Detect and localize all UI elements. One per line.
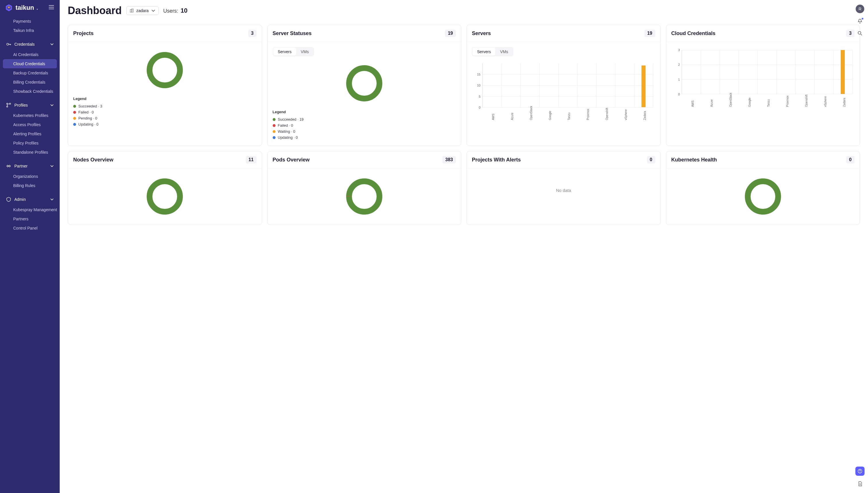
no-data-message: No data [472,173,655,207]
sidebar-item[interactable]: Control Panel [3,223,57,233]
logo[interactable]: taikun. [5,3,38,12]
sidebar-item[interactable]: Taikun Infra [3,26,57,35]
svg-point-9 [150,55,180,85]
tab-vms[interactable]: VMs [296,48,314,56]
card-kubernetes-health: Kubernetes Health 0 [666,151,860,225]
sidebar-item[interactable]: Billing Rules [3,181,57,190]
sidebar-group-header[interactable]: Profiles [3,100,57,111]
legend-title: Legend [273,110,456,114]
tab-servers[interactable]: Servers [273,48,296,56]
chevron-down-icon [151,8,156,13]
card-title: Pods Overview [273,157,310,163]
legend-item: Pending · 0 [73,115,257,121]
help-button[interactable] [855,467,865,476]
rightbar: R [852,0,868,493]
sidebar-group-header[interactable]: Partner [3,160,57,172]
building-icon [130,8,134,13]
chevron-down-icon [50,103,54,107]
sidebar-item[interactable]: Kubespray Management [3,205,57,214]
content: Projects 3 Legend Succeeded · 3Failed · … [60,19,868,493]
search-button[interactable] [857,30,863,37]
sidebar-toggle-button[interactable] [48,4,55,12]
legend-title: Legend [73,97,257,101]
taikun-logo-icon [5,3,13,12]
topbar: Dashboard zadara Users: 10 [60,0,868,19]
card-projects: Projects 3 Legend Succeeded · 3Failed · … [68,25,262,146]
servers-bar-chart: 051015AWSAzureOpenStackGoogleTanzuProxmo… [472,60,655,121]
sidebar: taikun. PaymentsTaikun InfraCredentialsA… [0,0,60,493]
search-icon [857,30,863,36]
card-count-badge: 0 [647,156,655,164]
sidebar-item[interactable]: Cloud Credentials [3,59,57,68]
sidebar-item[interactable]: Showback Credentials [3,87,57,96]
sidebar-group-header[interactable]: Admin [3,194,57,205]
card-title: Projects [73,30,94,37]
legend-item: Failed · 0 [73,109,257,115]
projects-legend: Legend Succeeded · 3Failed · 0Pending · … [73,97,257,127]
sidebar-item[interactable]: Access Profiles [3,120,57,129]
svg-point-15 [858,31,861,34]
users-label: Users: [163,8,178,14]
card-nodes-overview: Nodes Overview 11 [68,151,262,225]
users-count: 10 [181,7,187,14]
document-button[interactable] [855,479,865,488]
sidebar-nav: PaymentsTaikun InfraCredentialsAI Creden… [0,16,60,493]
legend-item: Succeeded · 19 [273,116,456,122]
legend-item: Updating · 0 [73,121,257,127]
legend-item: Waiting · 0 [273,128,456,134]
chevron-down-icon [50,197,54,201]
card-title: Cloud Credentials [671,30,715,37]
sidebar-item[interactable]: Backup Credentials [3,68,57,78]
card-count-badge: 3 [248,29,257,37]
svg-point-11 [150,181,180,212]
server-statuses-legend: Legend Succeeded · 19Failed · 0Waiting ·… [273,110,456,141]
sidebar-item[interactable]: Payments [3,17,57,26]
help-icon [858,469,863,474]
card-title: Kubernetes Health [671,157,717,163]
card-title: Server Statuses [273,30,312,37]
card-cloud-credentials: Cloud Credentials 3 0123AWSAzureOpenStac… [666,25,860,146]
user-avatar[interactable]: R [856,5,864,13]
org-select-value: zadara [136,8,149,13]
pods-donut-chart [344,176,384,217]
svg-point-12 [349,181,380,212]
svg-point-14 [748,181,778,212]
card-title: Nodes Overview [73,157,113,163]
projects-donut-chart [145,50,185,90]
tab-vms[interactable]: VMs [496,48,513,56]
card-count-badge: 19 [445,29,456,37]
card-server-statuses: Server Statuses 19 Servers VMs Legend Su… [267,25,461,146]
card-projects-with-alerts: Projects With Alerts 0 No data [466,151,661,225]
svg-point-6 [7,106,8,107]
svg-rect-7 [130,9,132,12]
svg-point-3 [7,43,8,45]
sidebar-item[interactable]: Standalone Profiles [3,148,57,157]
chevron-down-icon [50,42,54,46]
server-statuses-donut-chart [344,63,384,103]
sidebar-item[interactable]: Organizations [3,172,57,181]
sidebar-group-header[interactable]: Credentials [3,39,57,50]
users-counter: Users: 10 [163,7,188,14]
main: Dashboard zadara Users: 10 Projects [60,0,868,493]
sidebar-item[interactable]: Kubernetes Profiles [3,111,57,120]
servers-tabs: Servers VMs [472,47,513,56]
card-count-badge: 11 [246,156,257,164]
server-statuses-tabs: Servers VMs [273,47,314,56]
sidebar-item[interactable]: Billing Credentials [3,78,57,87]
sidebar-item[interactable]: Policy Profiles [3,138,57,148]
organization-select[interactable]: zadara [126,6,159,15]
sidebar-item[interactable]: AI Credentials [3,50,57,59]
sidebar-item[interactable]: Alerting Profiles [3,129,57,138]
legend-item: Failed · 0 [273,122,456,128]
sidebar-item[interactable]: Partners [3,214,57,223]
svg-point-10 [349,68,380,99]
cloud-credentials-bar-chart: 0123AWSAzureOpenStackGoogleTanzuProxmoxO… [671,47,855,107]
card-servers: Servers 19 Servers VMs 051015AWSAzureOpe… [466,25,661,146]
card-count-badge: 383 [442,156,456,164]
tab-servers[interactable]: Servers [473,48,496,56]
dashboard-grid: Projects 3 Legend Succeeded · 3Failed · … [68,25,860,225]
svg-point-5 [9,103,10,104]
card-title: Projects With Alerts [472,157,521,163]
legend-item: Succeeded · 3 [73,103,257,109]
notifications-button[interactable] [857,18,863,25]
